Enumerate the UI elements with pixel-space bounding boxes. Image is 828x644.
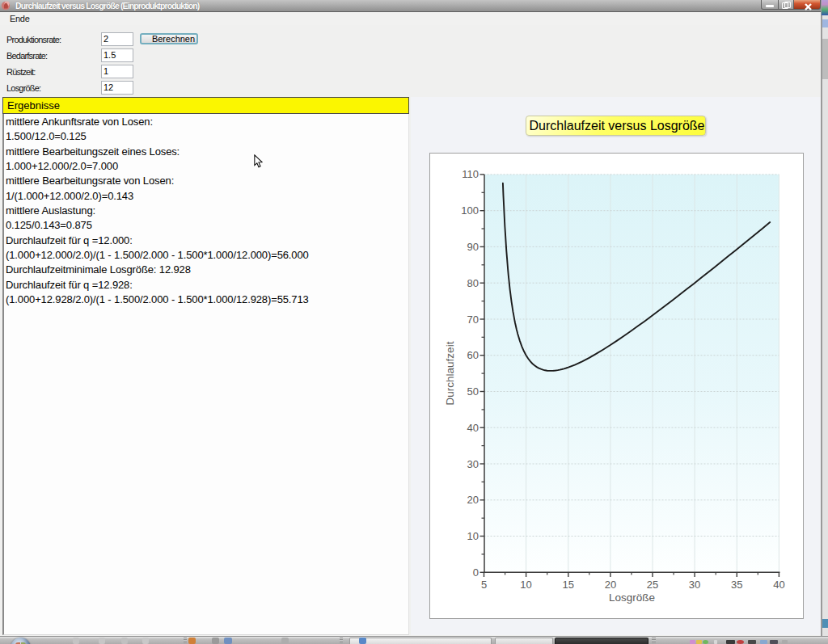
svg-text:100: 100 bbox=[461, 204, 479, 217]
svg-text:30: 30 bbox=[467, 458, 479, 470]
svg-text:50: 50 bbox=[467, 385, 479, 398]
svg-text:25: 25 bbox=[647, 579, 658, 591]
svg-text:10: 10 bbox=[467, 530, 479, 542]
svg-text:90: 90 bbox=[467, 241, 479, 253]
svg-text:15: 15 bbox=[563, 579, 574, 591]
svg-text:Durchlaufzeit: Durchlaufzeit bbox=[444, 341, 456, 405]
svg-text:Losgröße: Losgröße bbox=[609, 591, 655, 604]
svg-text:10: 10 bbox=[520, 579, 531, 591]
svg-text:20: 20 bbox=[467, 494, 479, 506]
svg-text:80: 80 bbox=[467, 277, 479, 289]
svg-text:70: 70 bbox=[467, 314, 479, 326]
svg-text:40: 40 bbox=[467, 422, 479, 434]
svg-text:40: 40 bbox=[773, 579, 784, 591]
svg-text:20: 20 bbox=[605, 579, 616, 591]
svg-text:30: 30 bbox=[689, 579, 700, 591]
svg-text:110: 110 bbox=[462, 168, 479, 180]
svg-text:5: 5 bbox=[481, 579, 487, 591]
svg-text:60: 60 bbox=[467, 349, 479, 361]
svg-text:0: 0 bbox=[473, 566, 479, 579]
svg-text:35: 35 bbox=[731, 579, 742, 591]
